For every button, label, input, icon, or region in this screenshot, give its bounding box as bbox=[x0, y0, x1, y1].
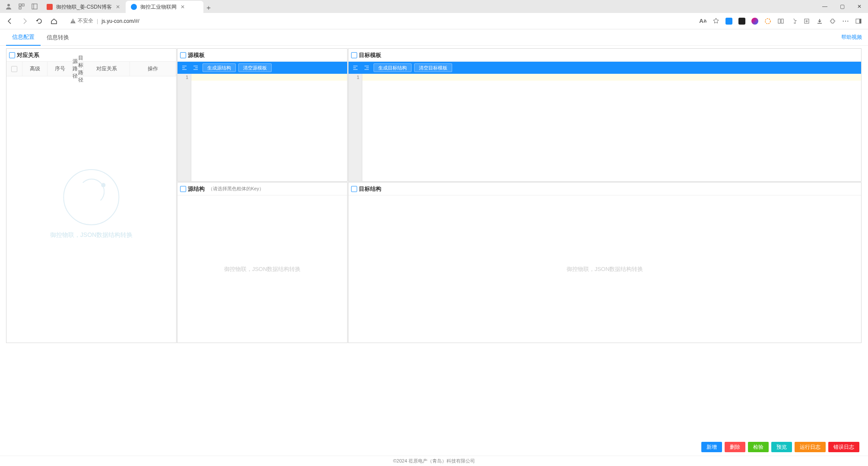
placeholder-text: 御控物联，JSON数据结构转换 bbox=[224, 265, 301, 273]
url-text: js.yu-con.com/#/ bbox=[101, 18, 139, 24]
browser-tab-yucon[interactable]: 御控工业物联网 ✕ bbox=[126, 1, 203, 13]
home-button[interactable] bbox=[48, 15, 60, 28]
watermark: 御控物联，JSON数据结构转换 bbox=[50, 169, 133, 239]
panel-header: 源模板 bbox=[177, 49, 347, 62]
add-button[interactable]: 新增 bbox=[701, 442, 722, 452]
font-size-icon[interactable]: Aあ bbox=[697, 15, 709, 27]
line-number: 1 bbox=[348, 75, 359, 80]
panel-header: 目标结构 bbox=[348, 183, 861, 195]
panel-title: 源结构 bbox=[188, 185, 205, 193]
panel-title: 对应关系 bbox=[17, 51, 39, 59]
ext-pink-icon[interactable] bbox=[749, 15, 761, 27]
line-gutter: 1 bbox=[177, 74, 191, 181]
format-left-icon[interactable] bbox=[180, 63, 189, 72]
col-action: 操作 bbox=[130, 62, 176, 76]
watermark-text: 御控物联，JSON数据结构转换 bbox=[50, 231, 133, 239]
format-right-icon[interactable] bbox=[191, 63, 200, 72]
app-tabbar: 信息配置 信息转换 帮助视频 bbox=[0, 29, 868, 46]
ext-blue-icon[interactable] bbox=[723, 15, 735, 27]
clear-source-template-button[interactable]: 清空源模板 bbox=[238, 63, 272, 72]
errlog-button[interactable]: 错误日志 bbox=[828, 442, 859, 452]
svg-rect-10 bbox=[781, 19, 783, 23]
tab-title: 御控物联_姜-CSDN博客 bbox=[56, 3, 112, 11]
url-separator: | bbox=[97, 18, 98, 24]
sidepanel-icon[interactable] bbox=[852, 15, 865, 27]
panel-hint: （请选择黑色粗体的Key） bbox=[208, 186, 264, 192]
window-maximize-button[interactable]: ▢ bbox=[833, 0, 851, 13]
code-area[interactable] bbox=[191, 74, 347, 181]
runlog-button[interactable]: 运行日志 bbox=[795, 442, 826, 452]
tab-info-convert[interactable]: 信息转换 bbox=[41, 29, 75, 46]
browser-tab-csdn[interactable]: 御控物联_姜-CSDN博客 ✕ bbox=[41, 1, 126, 13]
extensions-icon[interactable] bbox=[827, 15, 839, 27]
preview-button[interactable]: 预览 bbox=[771, 442, 792, 452]
favorites-icon[interactable] bbox=[788, 15, 800, 27]
select-all-checkbox[interactable] bbox=[11, 66, 17, 72]
favicon-icon bbox=[47, 4, 53, 10]
svg-rect-6 bbox=[73, 20, 73, 22]
panel-header: 源结构 （请选择黑色粗体的Key） bbox=[177, 183, 347, 195]
panel-title: 目标模板 bbox=[359, 51, 381, 59]
relation-table-header: 高级 序号 源路径 目标路径 对应关系 操作 bbox=[6, 62, 176, 76]
more-icon[interactable]: ⋯ bbox=[839, 15, 852, 27]
workspace-icon[interactable] bbox=[18, 3, 25, 10]
panel-header: 对应关系 bbox=[6, 49, 176, 62]
clear-target-template-button[interactable]: 清空目标模板 bbox=[414, 63, 452, 72]
panel-title: 目标结构 bbox=[359, 185, 381, 193]
ext-black-icon[interactable] bbox=[736, 15, 748, 27]
close-icon[interactable]: ✕ bbox=[180, 4, 185, 9]
svg-rect-3 bbox=[19, 7, 21, 9]
main-grid: 源模板 生成源结构 清空源模板 1 目标模板 生成目标结构 清空目标模板 1 bbox=[0, 46, 868, 453]
target-editor[interactable]: 1 bbox=[348, 74, 861, 181]
help-video-link[interactable]: 帮助视频 bbox=[841, 34, 862, 41]
svg-rect-15 bbox=[859, 19, 861, 23]
panel-header: 目标模板 bbox=[348, 49, 861, 62]
svg-point-8 bbox=[765, 19, 770, 24]
refresh-button[interactable] bbox=[33, 15, 46, 28]
split-icon[interactable] bbox=[775, 15, 787, 27]
source-struct-body: 御控物联，JSON数据结构转换 bbox=[177, 195, 347, 343]
panel-icon[interactable] bbox=[31, 3, 38, 10]
svg-rect-1 bbox=[19, 4, 21, 6]
target-struct-panel: 目标结构 御控物联，JSON数据结构转换 bbox=[348, 182, 862, 343]
format-left-icon[interactable] bbox=[351, 63, 360, 72]
relation-panel: 对应关系 高级 序号 源路径 目标路径 对应关系 操作 御控物联，JSON数据结… bbox=[6, 48, 177, 343]
address-bar: 不安全 | js.yu-con.com/#/ Aあ ⋯ bbox=[0, 13, 868, 29]
source-editor[interactable]: 1 bbox=[177, 74, 347, 181]
url-field[interactable]: 不安全 | js.yu-con.com/#/ bbox=[65, 15, 693, 27]
user-icon[interactable] bbox=[5, 3, 12, 10]
star-icon[interactable] bbox=[710, 15, 722, 27]
action-bar: 新增 删除 检验 预览 运行日志 错误日志 bbox=[701, 442, 859, 452]
download-icon[interactable] bbox=[814, 15, 826, 27]
line-gutter: 1 bbox=[348, 74, 362, 181]
format-right-icon[interactable] bbox=[362, 63, 371, 72]
favicon-icon bbox=[131, 4, 137, 10]
gen-target-struct-button[interactable]: 生成目标结构 bbox=[374, 63, 412, 72]
tab-info-config[interactable]: 信息配置 bbox=[6, 29, 41, 46]
browser-titlebar: 御控物联_姜-CSDN博客 ✕ 御控工业物联网 ✕ ＋ — ▢ ✕ bbox=[0, 0, 868, 13]
window-minimize-button[interactable]: — bbox=[816, 0, 833, 13]
col-src-path: 源路径 bbox=[73, 62, 78, 76]
col-checkbox bbox=[6, 62, 22, 76]
close-icon[interactable]: ✕ bbox=[115, 4, 120, 9]
source-struct-panel: 源结构 （请选择黑色粗体的Key） 御控物联，JSON数据结构转换 bbox=[177, 182, 348, 343]
window-close-button[interactable]: ✕ bbox=[851, 0, 868, 13]
browser-tabs: 御控物联_姜-CSDN博客 ✕ 御控工业物联网 ✕ ＋ bbox=[41, 0, 214, 13]
struct-icon bbox=[351, 186, 357, 192]
svg-rect-9 bbox=[778, 19, 780, 23]
ext-orange-icon[interactable] bbox=[762, 15, 774, 27]
svg-point-0 bbox=[7, 4, 10, 6]
code-area[interactable] bbox=[362, 74, 861, 181]
line-number: 1 bbox=[177, 75, 188, 80]
warning-icon: 不安全 bbox=[70, 17, 93, 25]
source-editor-toolbar: 生成源结构 清空源模板 bbox=[177, 62, 347, 74]
gen-source-struct-button[interactable]: 生成源结构 bbox=[203, 63, 236, 72]
svg-rect-7 bbox=[73, 22, 73, 22]
back-button[interactable] bbox=[3, 15, 16, 28]
collections-icon[interactable] bbox=[801, 15, 813, 27]
validate-button[interactable]: 检验 bbox=[748, 442, 769, 452]
col-advanced: 高级 bbox=[22, 62, 48, 76]
new-tab-button[interactable]: ＋ bbox=[203, 3, 214, 13]
url-warning-text: 不安全 bbox=[78, 17, 93, 25]
delete-button[interactable]: 删除 bbox=[725, 442, 745, 452]
